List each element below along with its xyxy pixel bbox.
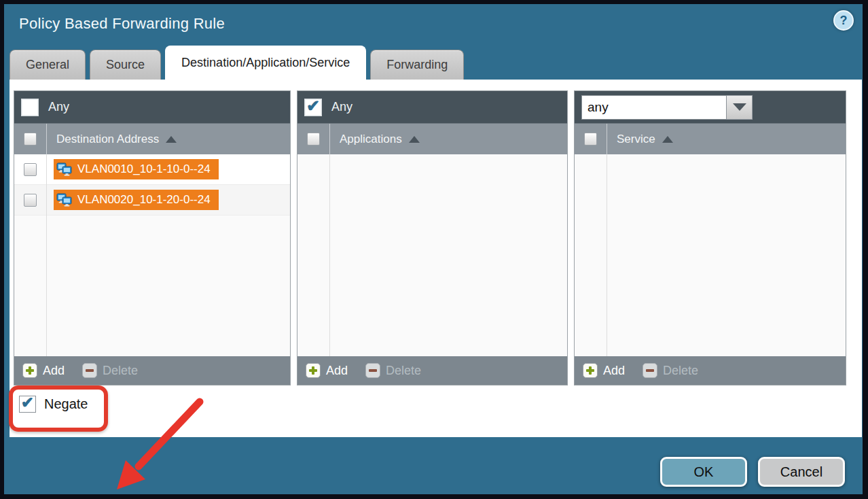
tab-forwarding[interactable]: Forwarding: [370, 50, 464, 80]
sort-ascending-icon[interactable]: [166, 136, 177, 143]
tab-destination-application-service[interactable]: Destination/Application/Service: [165, 46, 366, 80]
table-row: VLAN0020_10-1-20-0--24: [14, 185, 290, 216]
address-object-chip[interactable]: VLAN0010_10-1-10-0--24: [54, 159, 219, 179]
destination-add-button[interactable]: Add: [22, 363, 65, 378]
chevron-down-icon: [733, 103, 746, 111]
network-address-icon: [56, 193, 73, 207]
applications-add-button[interactable]: Add: [306, 363, 348, 378]
destination-footer: Add Delete: [14, 356, 290, 385]
applications-delete-button[interactable]: Delete: [365, 363, 421, 378]
service-add-button[interactable]: Add: [583, 363, 625, 378]
service-type-dropdown[interactable]: any: [581, 95, 753, 120]
delete-minus-icon: [82, 363, 97, 378]
dropdown-trigger-button[interactable]: [727, 95, 753, 120]
destination-column-header: Destination Address: [14, 123, 290, 154]
tab-source[interactable]: Source: [90, 50, 161, 80]
destination-list: VLAN0010_10-1-10-0--24: [14, 154, 290, 356]
destination-delete-button[interactable]: Delete: [82, 363, 138, 378]
applications-footer: Add Delete: [297, 356, 567, 385]
applications-any-checkbox[interactable]: ✔: [304, 99, 322, 116]
destination-any-label: Any: [48, 100, 69, 114]
applications-select-all-checkbox[interactable]: [307, 133, 320, 145]
screenshot-root: Policy Based Forwarding Rule ? General S…: [0, 0, 868, 499]
address-object-chip[interactable]: VLAN0020_10-1-20-0--24: [54, 190, 219, 210]
service-list: [575, 154, 846, 356]
tab-general[interactable]: General: [10, 50, 86, 80]
destination-address-panel: Any Destination Address: [14, 90, 291, 385]
service-header-label[interactable]: Service: [617, 133, 655, 146]
destination-any-checkbox[interactable]: [21, 99, 39, 116]
applications-any-label: Any: [331, 100, 352, 114]
annotation-arrow-icon: [105, 385, 217, 499]
negate-row: ✔ Negate: [19, 396, 88, 413]
delete-minus-icon: [643, 363, 657, 378]
sort-ascending-icon[interactable]: [409, 136, 420, 143]
applications-list: [297, 154, 567, 356]
applications-any-bar: ✔ Any: [297, 91, 567, 123]
row-checkbox[interactable]: [24, 194, 37, 207]
add-plus-icon: [22, 363, 37, 378]
dialog-title: Policy Based Forwarding Rule: [19, 15, 225, 33]
negate-checkbox[interactable]: ✔: [19, 396, 36, 413]
cancel-button[interactable]: Cancel: [758, 457, 845, 487]
tab-content: Any Destination Address: [10, 80, 862, 437]
service-select-all-checkbox[interactable]: [584, 133, 597, 145]
service-footer: Add Delete: [575, 356, 846, 385]
destination-any-bar: Any: [14, 91, 290, 123]
destination-select-all-checkbox[interactable]: [24, 133, 37, 145]
service-delete-button[interactable]: Delete: [643, 363, 698, 378]
address-object-label: VLAN0020_10-1-20-0--24: [77, 193, 211, 207]
network-address-icon: [56, 162, 73, 177]
sort-ascending-icon[interactable]: [662, 136, 673, 143]
pbf-rule-dialog: Policy Based Forwarding Rule ? General S…: [4, 4, 863, 494]
delete-minus-icon: [365, 363, 380, 378]
service-type-value[interactable]: any: [581, 95, 727, 120]
applications-column-header: Applications: [297, 123, 567, 154]
service-panel: any Service: [574, 90, 846, 385]
service-column-header: Service: [575, 123, 846, 154]
service-select-bar: any: [575, 91, 846, 123]
destination-header-label[interactable]: Destination Address: [56, 133, 159, 146]
address-object-label: VLAN0010_10-1-10-0--24: [77, 162, 211, 176]
table-row: VLAN0010_10-1-10-0--24: [14, 154, 290, 185]
add-plus-icon: [583, 363, 598, 378]
applications-header-label[interactable]: Applications: [340, 133, 402, 146]
ok-button[interactable]: OK: [660, 457, 747, 487]
applications-panel: ✔ Any Applications: [297, 90, 568, 385]
row-checkbox[interactable]: [24, 163, 37, 176]
help-icon[interactable]: ?: [833, 10, 854, 31]
tab-bar: General Source Destination/Application/S…: [10, 46, 464, 80]
negate-label: Negate: [44, 396, 88, 412]
add-plus-icon: [306, 363, 321, 378]
